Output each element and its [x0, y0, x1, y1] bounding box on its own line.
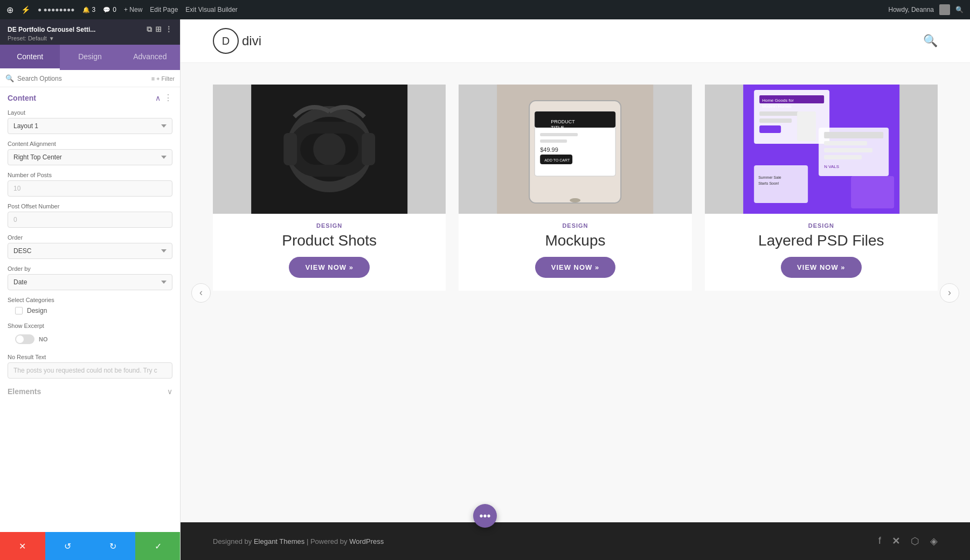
categories-group: Select Categories Design: [0, 293, 180, 319]
svg-rect-28: [824, 132, 883, 138]
order-group: Order DESC ASC: [0, 231, 180, 262]
svg-text:N VALS: N VALS: [824, 164, 839, 169]
carousel-title-2: Mockups: [545, 232, 605, 249]
category-design-row: Design: [8, 305, 172, 316]
more-icon[interactable]: ⋮: [165, 25, 172, 34]
carousel-items: DESIGN Product Shots VIEW NOW »: [213, 85, 938, 291]
grid-icon[interactable]: ⊞: [155, 25, 162, 34]
undo-button[interactable]: ↺: [45, 532, 91, 560]
howdy-label: Howdy, Deanna: [889, 6, 934, 13]
carousel-prev-button[interactable]: ‹: [191, 283, 211, 303]
content-section-title: Content: [8, 94, 152, 102]
content-more-icon[interactable]: ⋮: [164, 93, 172, 103]
content-alignment-select[interactable]: Right Top Center Left Center Right Cente…: [8, 149, 172, 165]
facebook-icon[interactable]: f: [878, 535, 881, 547]
admin-bar-icon[interactable]: ⚡: [21, 5, 30, 14]
save-button[interactable]: ✓: [135, 532, 181, 560]
admin-bar: ⊕ ⚡ ● ●●●●●●●● 🔔3 💬0 + New Edit Page Exi…: [0, 0, 970, 19]
edit-page-button[interactable]: Edit Page: [150, 6, 178, 13]
content-section-header: Content ∧ ⋮: [0, 87, 180, 106]
wordpress-link[interactable]: WordPress: [349, 537, 384, 545]
carousel-item: DESIGN Product Shots VIEW NOW »: [213, 85, 446, 291]
exit-builder-button[interactable]: Exit Visual Builder: [185, 6, 238, 13]
search-bar: 🔍 ≡ + Filter: [0, 70, 180, 87]
prev-icon: ‹: [199, 287, 203, 298]
layout-select[interactable]: Layout 1 Layout 2 Layout 3: [8, 118, 172, 134]
post-offset-label: Post Offset Number: [8, 203, 172, 209]
logo-letter: D: [222, 35, 230, 47]
svg-point-17: [570, 198, 580, 202]
show-excerpt-group: Show Excerpt NO: [0, 319, 180, 351]
show-excerpt-value: NO: [39, 336, 48, 342]
elegant-themes-link[interactable]: Elegant Themes: [254, 537, 304, 545]
copy-icon[interactable]: ⧉: [147, 25, 152, 34]
site-logo: D divi: [213, 28, 261, 54]
num-posts-input[interactable]: [8, 180, 172, 197]
carousel-next-button[interactable]: ›: [940, 283, 959, 303]
svg-rect-13: [540, 139, 567, 143]
category-design-checkbox[interactable]: [15, 307, 23, 314]
instagram-icon[interactable]: ⬡: [911, 535, 919, 547]
fab-button[interactable]: •••: [473, 504, 497, 528]
tab-content[interactable]: Content: [0, 45, 60, 70]
search-admin-icon[interactable]: 🔍: [955, 6, 964, 13]
category-design-label: Design: [27, 307, 47, 314]
site-name[interactable]: ● ●●●●●●●●: [38, 6, 75, 13]
avatar: [939, 4, 950, 15]
svg-point-2: [313, 133, 345, 165]
carousel-btn-3[interactable]: VIEW NOW »: [781, 257, 861, 278]
no-result-group: No Result Text: [0, 351, 180, 382]
svg-text:Home Goods for: Home Goods for: [762, 98, 794, 103]
categories-label: Select Categories: [8, 297, 172, 303]
carousel-btn-1[interactable]: VIEW NOW »: [289, 257, 369, 278]
carousel-image-3: Home Goods for Modern Homes N VALS: [705, 85, 938, 214]
site-header: D divi 🔍: [181, 19, 970, 63]
content-chevron-icon[interactable]: ∧: [155, 94, 161, 102]
post-offset-input[interactable]: [8, 212, 172, 228]
carousel-title-3: Layered PSD Files: [758, 232, 884, 249]
cancel-button[interactable]: ✕: [0, 532, 45, 560]
redo-button[interactable]: ↻: [91, 532, 136, 560]
elements-chevron-icon[interactable]: ∨: [167, 387, 172, 396]
search-input[interactable]: [17, 75, 148, 82]
carousel-item: PRODUCT TITLE $49.99 ADD TO CART DESIGN …: [459, 85, 691, 291]
filter-icon: ≡: [151, 75, 155, 82]
tab-advanced[interactable]: Advanced: [120, 45, 180, 70]
content-area: D divi 🔍 ‹: [181, 19, 970, 560]
rss-icon[interactable]: ◈: [930, 535, 938, 547]
svg-text:$49.99: $49.99: [540, 146, 558, 153]
logo-name: divi: [242, 33, 261, 48]
elements-section: Elements ∨: [0, 382, 180, 398]
carousel-item: Home Goods for Modern Homes N VALS: [705, 85, 938, 291]
comment-count[interactable]: 💬0: [103, 6, 116, 13]
content-alignment-group: Content Alignment Right Top Center Left …: [0, 137, 180, 169]
show-excerpt-toggle[interactable]: [15, 334, 34, 344]
preset-arrow[interactable]: ▼: [49, 36, 54, 41]
order-by-select[interactable]: Date Title Modified: [8, 274, 172, 290]
carousel-cat-2: DESIGN: [562, 222, 588, 229]
svg-text:Starts Soon!: Starts Soon!: [758, 181, 779, 185]
carousel-image-1: [213, 85, 446, 214]
sidebar-header: DE Portfolio Carousel Setti... ⧉ ⊞ ⋮ Pre…: [0, 19, 180, 45]
sidebar-title-bar: DE Portfolio Carousel Setti... ⧉ ⊞ ⋮: [8, 25, 172, 34]
no-result-input[interactable]: [8, 362, 172, 379]
notif-count[interactable]: 🔔3: [82, 6, 96, 13]
new-button[interactable]: + New: [124, 6, 142, 13]
filter-button[interactable]: ≡ + Filter: [151, 75, 175, 82]
svg-rect-4: [283, 133, 297, 165]
num-posts-label: Number of Posts: [8, 172, 172, 178]
logo-circle: D: [213, 28, 239, 54]
svg-text:PRODUCT: PRODUCT: [551, 119, 575, 124]
sidebar-title-text: DE Portfolio Carousel Setti...: [8, 26, 142, 33]
content-alignment-label: Content Alignment: [8, 141, 172, 147]
tab-design[interactable]: Design: [60, 45, 120, 70]
twitter-x-icon[interactable]: ✕: [892, 535, 900, 547]
wp-logo[interactable]: ⊕: [6, 5, 13, 15]
search-icon: 🔍: [5, 74, 14, 82]
svg-text:TITLE: TITLE: [551, 125, 564, 130]
order-select[interactable]: DESC ASC: [8, 243, 172, 259]
order-by-group: Order by Date Title Modified: [0, 262, 180, 293]
carousel-btn-2[interactable]: VIEW NOW »: [535, 257, 615, 278]
site-search-icon[interactable]: 🔍: [923, 34, 938, 48]
no-result-label: No Result Text: [8, 354, 172, 360]
